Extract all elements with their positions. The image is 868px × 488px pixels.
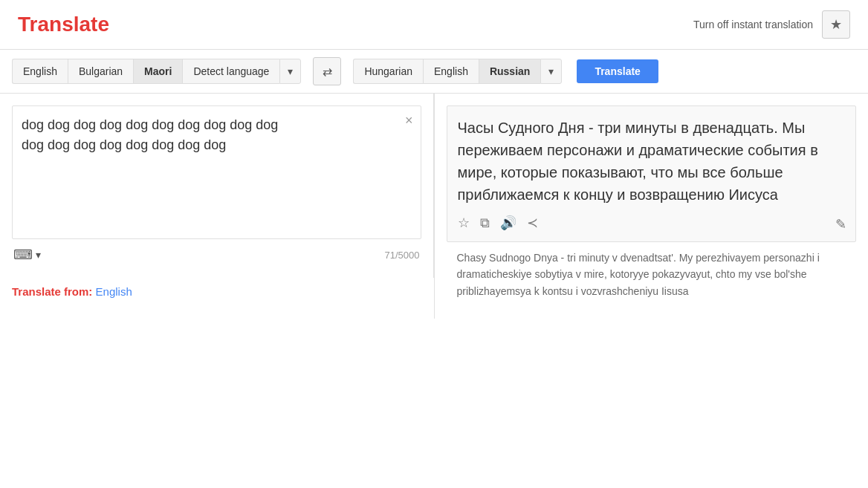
source-lang-tab-maori[interactable]: Maori <box>133 59 182 84</box>
target-lang-dropdown-icon: ▾ <box>548 65 554 77</box>
target-language-tabs: Hungarian English Russian ▾ <box>353 59 562 84</box>
target-lang-tab-english[interactable]: English <box>423 59 479 84</box>
romanization-text: Chasy Sudnogo Dnya - tri minuty v dvenad… <box>447 242 857 307</box>
star-icon: ★ <box>830 16 842 33</box>
translate-button[interactable]: Translate <box>577 59 658 83</box>
translate-from-row: Translate from: English <box>0 278 434 305</box>
swap-icon: ⇄ <box>323 65 332 79</box>
source-footer: ⌨ ▾ 71/5000 <box>12 244 421 266</box>
source-panel: dog dog dog dog dog dog dog dog dog dogd… <box>0 94 434 278</box>
target-lang-tab-hungarian[interactable]: Hungarian <box>353 59 423 84</box>
instant-translation-label: Turn off instant translation <box>693 19 813 30</box>
right-column: Часы Судного Дня - три минуты в двенадца… <box>435 94 869 319</box>
main-panels: dog dog dog dog dog dog dog dog dog dogd… <box>0 94 868 319</box>
swap-languages-button[interactable]: ⇄ <box>313 57 341 85</box>
source-lang-dropdown-icon: ▾ <box>288 65 293 77</box>
source-lang-tab-bulgarian[interactable]: Bulgarian <box>68 59 133 84</box>
source-text: dog dog dog dog dog dog dog dog dog dogd… <box>22 115 391 155</box>
source-textarea-wrapper: dog dog dog dog dog dog dog dog dog dogd… <box>12 105 421 239</box>
source-lang-dropdown-button[interactable]: ▾ <box>279 59 301 84</box>
target-lang-dropdown-button[interactable]: ▾ <box>540 59 562 84</box>
keyboard-dropdown-icon: ▾ <box>36 249 41 261</box>
header-right: Turn off instant translation ★ <box>693 10 850 39</box>
translated-text: Часы Судного Дня - три минуты в двенадца… <box>458 117 846 206</box>
favorite-button[interactable]: ☆ <box>458 215 470 231</box>
translation-actions: ☆ ⧉ 🔊 ≺ <box>458 215 846 231</box>
audio-button[interactable]: 🔊 <box>500 215 516 231</box>
copy-button[interactable]: ⧉ <box>480 215 490 231</box>
share-button[interactable]: ≺ <box>527 215 538 231</box>
source-lang-tab-detect[interactable]: Detect language <box>182 59 279 84</box>
keyboard-icon: ⌨ <box>13 247 33 263</box>
translation-box: Часы Судного Дня - три минуты в двенадца… <box>447 105 857 242</box>
keyboard-button[interactable]: ⌨ ▾ <box>13 247 41 263</box>
translate-from-language: English <box>96 285 132 298</box>
bookmark-button[interactable]: ★ <box>822 10 850 39</box>
target-panel: Часы Судного Дня - три минуты в двенадца… <box>435 94 869 319</box>
source-language-tabs: English Bulgarian Maori Detect language … <box>12 59 301 84</box>
char-count: 71/5000 <box>385 250 420 261</box>
toolbar: English Bulgarian Maori Detect language … <box>0 50 868 94</box>
edit-button[interactable]: ✎ <box>835 216 846 232</box>
left-column: dog dog dog dog dog dog dog dog dog dogd… <box>0 94 435 319</box>
clear-button[interactable]: × <box>405 114 413 127</box>
source-lang-tab-english[interactable]: English <box>12 59 68 84</box>
translate-from-label: Translate from: <box>12 285 92 298</box>
app-title: Translate <box>18 13 109 36</box>
target-lang-tab-russian[interactable]: Russian <box>479 59 540 84</box>
header: Translate Turn off instant translation ★ <box>0 0 868 50</box>
